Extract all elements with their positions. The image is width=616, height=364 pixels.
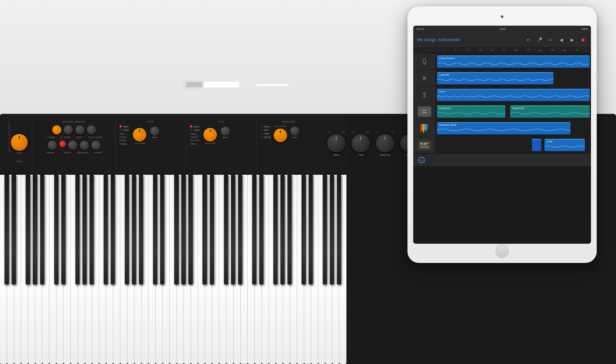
black-key[interactable] — [224, 175, 228, 284]
black-key[interactable] — [309, 175, 313, 284]
black-key[interactable] — [132, 175, 136, 284]
status-left: iPad ▾ — [416, 28, 424, 30]
gb-timeline: + 1 5 9 13 17 21 25 27 31 35 39 43 + — [413, 47, 591, 53]
fx2-select-area: Select — [221, 125, 230, 138]
add-track-btn[interactable]: + — [413, 153, 591, 166]
fx1-select-label: Select — [152, 136, 158, 138]
my-songs-btn[interactable]: My Songs — [417, 37, 436, 42]
bank-btn-3[interactable] — [75, 125, 84, 134]
track-row-vocal: Vocal — [413, 87, 591, 103]
fx1-amount-knob[interactable] — [133, 128, 146, 141]
fx2-upper-label: Upper — [193, 125, 200, 128]
black-key[interactable] — [104, 175, 108, 284]
fx1-left: Upper Lower DriveChorusPhaserFlanger — [120, 125, 129, 146]
black-key[interactable] — [202, 175, 207, 284]
ipad-camera — [501, 15, 503, 18]
bank-btn-7[interactable] — [68, 141, 77, 150]
bank-btn-2[interactable] — [64, 125, 73, 134]
black-key[interactable] — [139, 175, 143, 284]
black-key[interactable] — [174, 175, 178, 284]
bank-btn-1[interactable] — [52, 125, 61, 134]
black-key[interactable] — [287, 175, 292, 284]
black-key[interactable] — [61, 175, 65, 284]
rewind-icon: ◀ — [560, 37, 563, 42]
svg-rect-11 — [428, 142, 429, 144]
black-key[interactable] — [302, 175, 306, 284]
reverb-plate: Plate — [261, 132, 270, 135]
bank-btn-9[interactable] — [91, 141, 100, 150]
bank-label-1: A · PIANO — [44, 136, 57, 138]
black-key[interactable] — [54, 175, 58, 284]
black-key[interactable] — [160, 175, 164, 284]
bass-knob[interactable] — [327, 134, 345, 152]
ipad-home-button[interactable] — [495, 244, 509, 258]
reverb-hall-label: Hall — [264, 129, 268, 131]
black-key[interactable] — [188, 175, 193, 284]
track-row-clean-rhythm: Clean Rhythm — [413, 53, 591, 70]
reverb-spring-led — [261, 136, 263, 138]
black-key[interactable] — [4, 175, 9, 284]
track-content-6: ITEM — [436, 137, 591, 153]
black-key[interactable] — [330, 175, 334, 284]
black-key[interactable] — [252, 175, 256, 284]
black-key[interactable] — [111, 175, 115, 284]
track-clip-4a[interactable]: AmpliTube — [437, 106, 505, 118]
black-key[interactable] — [323, 175, 327, 284]
bank-label-6 — [57, 152, 61, 154]
track-header-3 — [413, 87, 436, 103]
black-key[interactable] — [125, 175, 129, 284]
black-key[interactable] — [280, 175, 285, 284]
black-key[interactable] — [231, 175, 235, 284]
treble-knob-group: Min Max Treble — [352, 131, 370, 156]
black-key[interactable] — [259, 175, 263, 284]
list-view-btn[interactable]: ≡ — [546, 36, 554, 44]
track-clip-6a[interactable] — [532, 139, 541, 151]
instruments-btn[interactable]: Instruments — [438, 37, 460, 42]
gb-header: My Songs Instruments ↩ 🎤 ≡ — [413, 32, 591, 47]
reverb-mix-knob[interactable] — [274, 129, 287, 142]
fx2-controls: Upper Lower RotaryTremoloPan TremDelay 0… — [190, 125, 253, 167]
black-key[interactable] — [33, 175, 37, 284]
treble-label: Treble — [357, 154, 364, 156]
mastering-knob[interactable] — [376, 134, 394, 152]
sound-banks-title: SOUND BANKS — [38, 121, 110, 123]
track-clip-6b[interactable]: ITEM — [544, 139, 585, 151]
play-btn[interactable]: ▶ — [568, 36, 576, 44]
fx1-lower-led — [120, 129, 122, 131]
black-key[interactable] — [40, 175, 44, 284]
ipad-side-button[interactable] — [596, 71, 597, 80]
black-key[interactable] — [90, 175, 94, 284]
dry-label: Dry — [275, 125, 278, 127]
battery-icon: 100% — [581, 28, 588, 30]
track-clip-4b[interactable]: AmpliTube — [510, 106, 590, 118]
mic-btn[interactable]: 🎤 — [535, 36, 543, 44]
track-clip-1[interactable]: Clean Rhythm — [437, 55, 590, 68]
treble-knob[interactable] — [352, 134, 370, 152]
navigation-knob[interactable] — [11, 134, 28, 151]
black-key[interactable] — [337, 175, 341, 284]
black-key[interactable] — [210, 175, 214, 284]
reverb-select-btn[interactable] — [290, 127, 299, 136]
fx2-amount-knob[interactable] — [203, 128, 217, 141]
black-key[interactable] — [12, 175, 16, 284]
fx2-select-btn[interactable] — [221, 127, 230, 136]
black-key[interactable] — [153, 175, 157, 284]
record-btn[interactable]: ⏺ — [579, 36, 587, 44]
bank-btn-5[interactable] — [48, 141, 57, 150]
bank-btn-4[interactable] — [87, 125, 96, 134]
bank-btn-8[interactable] — [80, 141, 89, 150]
bank-btn-6[interactable] — [59, 141, 66, 147]
black-key[interactable] — [82, 175, 87, 284]
rewind-btn[interactable]: ◀ — [557, 36, 565, 44]
track-clip-5[interactable]: Addictive Synth — [437, 122, 570, 134]
track-clip-3[interactable]: Vocal — [437, 89, 590, 101]
black-key[interactable] — [75, 175, 80, 284]
fx1-select-btn[interactable] — [150, 127, 159, 136]
undo-btn[interactable]: ↩ — [524, 36, 533, 44]
black-key[interactable] — [238, 175, 242, 284]
black-key[interactable] — [26, 175, 30, 284]
black-key[interactable] — [181, 175, 185, 284]
track-clip-2[interactable]: Lead Riff — [437, 72, 553, 84]
nav-section: NAVIGATION DATA ENTRY [Mix] SPLIT — [6, 118, 32, 169]
black-key[interactable] — [273, 175, 278, 284]
